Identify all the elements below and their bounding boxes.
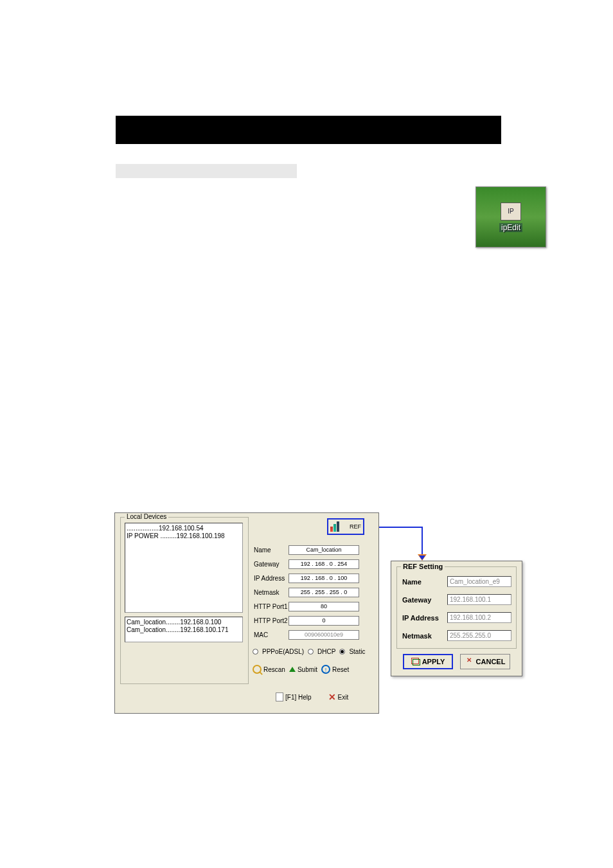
ref-label: REF (350, 523, 361, 530)
radio-static-label: Static (349, 648, 365, 655)
ref-button[interactable]: REF (327, 518, 364, 535)
ref-label-name: Name (402, 578, 447, 586)
submit-icon (289, 667, 296, 672)
ipedit-label: ipEdit (499, 223, 522, 232)
ref-input-name[interactable]: Cam_location_e9 (447, 576, 511, 587)
label-httpport1: HTTP Port1 (254, 603, 289, 610)
help-icon (276, 692, 283, 701)
connector-line (379, 527, 423, 528)
cancel-button[interactable]: CANCEL (460, 654, 510, 669)
black-bar (116, 116, 501, 144)
input-httpport1[interactable]: 80 (289, 602, 359, 611)
ref-row-name: Name Cam_location_e9 (402, 576, 511, 587)
connection-mode-radios: PPPoE(ADSL) DHCP Static (253, 648, 365, 655)
ref-input-netmask[interactable]: 255.255.255.0 (447, 630, 511, 641)
input-httpport2[interactable]: 0 (289, 616, 359, 626)
rescan-button[interactable]: Rescan (253, 665, 285, 674)
apply-label: APPLY (422, 658, 445, 665)
field-httpport1: HTTP Port1 80 (254, 601, 359, 612)
ref-setting-title: REF Setting (401, 563, 445, 570)
exit-button[interactable]: ✕Exit (328, 692, 349, 702)
ipeditor-window: Local Devices ..................192.168.… (114, 512, 379, 714)
field-netmask: Netmask 255 . 255 . 255 . 0 (254, 586, 359, 598)
action-row-1: Rescan Submit ↑Reset (253, 665, 349, 674)
ref-row-ip: IP Address 192.168.100.2 (402, 612, 511, 623)
radio-pppoe[interactable] (253, 649, 258, 655)
input-name[interactable]: Cam_location (289, 545, 359, 555)
cancel-label: CANCEL (476, 658, 506, 665)
input-ipaddress[interactable]: 192 . 168 . 0 . 100 (289, 574, 359, 583)
ref-input-gateway[interactable]: 192.168.100.1 (447, 594, 511, 605)
group-title: Local Devices (125, 513, 168, 520)
label-name: Name (254, 547, 289, 554)
list-item[interactable]: ..................192.168.100.54 (127, 525, 241, 532)
bars-icon (330, 521, 339, 532)
help-label: [F1] Help (285, 694, 312, 701)
radio-dhcp-label: DHCP (317, 648, 335, 655)
local-devices-group: Local Devices ..................192.168.… (120, 517, 249, 684)
label-gateway: Gateway (254, 561, 289, 568)
magnifier-icon (253, 665, 262, 674)
input-netmask[interactable]: 255 . 255 . 255 . 0 (289, 588, 359, 597)
connector-arrow-icon (418, 554, 427, 561)
reset-label: Reset (332, 666, 349, 673)
radio-dhcp[interactable] (308, 649, 314, 655)
ref-label-ip: IP Address (402, 614, 447, 622)
ref-label-netmask: Netmask (402, 632, 447, 640)
radio-pppoe-label: PPPoE(ADSL) (262, 648, 304, 655)
ref-row-gateway: Gateway 192.168.100.1 (402, 594, 511, 605)
field-ipaddress: IP Address 192 . 168 . 0 . 100 (254, 572, 359, 584)
input-gateway[interactable]: 192 . 168 . 0 . 254 (289, 559, 359, 569)
help-button[interactable]: [F1] Help (276, 692, 312, 701)
cancel-icon (465, 657, 474, 666)
field-gateway: Gateway 192 . 168 . 0 . 254 (254, 558, 359, 570)
list-item[interactable]: Cam_location........192.168.100.171 (127, 626, 241, 634)
device-list-bottom[interactable]: Cam_location........192.168.0.100 Cam_lo… (125, 617, 243, 642)
input-mac: 0090600010e9 (289, 630, 359, 640)
field-mac: MAC 0090600010e9 (254, 629, 359, 640)
label-mac: MAC (254, 631, 289, 638)
label-netmask: Netmask (254, 589, 289, 596)
reset-icon: ↑ (321, 665, 330, 674)
exit-label: Exit (338, 694, 349, 701)
label-ipaddress: IP Address (254, 575, 289, 582)
ref-row-netmask: Netmask 255.255.255.0 (402, 630, 511, 641)
radio-static[interactable] (339, 649, 345, 655)
submit-button[interactable]: Submit (289, 666, 317, 673)
field-name: Name Cam_location (254, 544, 359, 556)
ref-setting-group: REF Setting Name Cam_location_e9 Gateway… (396, 566, 517, 649)
device-list-top[interactable]: ..................192.168.100.54 IP POWE… (125, 523, 243, 613)
ref-label-gateway: Gateway (402, 596, 447, 604)
gray-bar (116, 164, 297, 178)
ref-setting-dialog: REF Setting Name Cam_location_e9 Gateway… (391, 561, 522, 676)
rescan-label: Rescan (263, 666, 285, 673)
list-item[interactable]: Cam_location........192.168.0.100 (127, 619, 241, 626)
reset-button[interactable]: ↑Reset (321, 665, 349, 674)
submit-label: Submit (298, 666, 317, 673)
list-item[interactable]: IP POWER .........192.168.100.198 (127, 532, 241, 540)
ref-input-ip[interactable]: 192.168.100.2 (447, 612, 511, 623)
ipedit-icon: IP (501, 203, 521, 221)
action-row-2: [F1] Help ✕Exit (276, 692, 348, 702)
desktop-shortcut-ipedit[interactable]: IP ipEdit (475, 186, 546, 248)
exit-icon: ✕ (328, 692, 336, 702)
apply-button[interactable]: APPLY (403, 654, 453, 669)
apply-icon (411, 658, 420, 665)
label-httpport2: HTTP Port2 (254, 617, 289, 624)
field-httpport2: HTTP Port2 0 (254, 615, 359, 626)
